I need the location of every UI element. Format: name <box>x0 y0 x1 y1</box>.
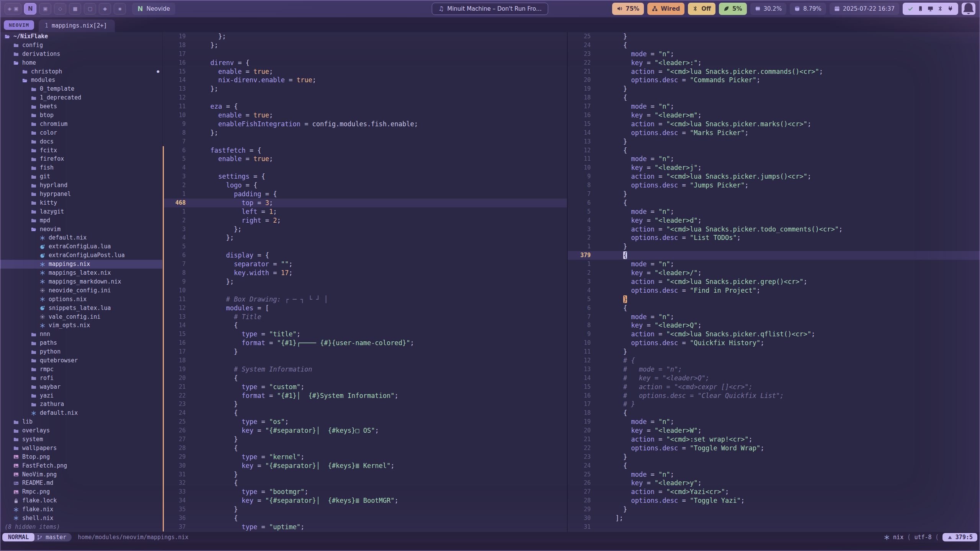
code-line[interactable]: 18 { <box>568 93 980 102</box>
notifications-button[interactable] <box>962 3 975 15</box>
code-line[interactable]: 3 settings = { <box>163 172 567 181</box>
tree-item-lib[interactable]: lib <box>0 417 162 426</box>
code-line[interactable]: 5 } <box>568 295 980 304</box>
code-line[interactable]: 11 # Box Drawing: ┌ ─ ┐ └ ┘ │ <box>163 295 567 304</box>
tree-item--nixflake[interactable]: ~/NixFlake <box>0 32 162 41</box>
code-line[interactable]: 25 mode = "n"; <box>568 470 980 479</box>
tree-item-waybar[interactable]: waybar <box>0 383 162 391</box>
bluetooth-icon[interactable] <box>938 6 943 11</box>
tree-item-color[interactable]: color <box>0 129 162 137</box>
code-line[interactable]: 22 format = "{#1}│ {#}System Information… <box>163 391 567 400</box>
code-line[interactable]: 19 # System Information <box>163 365 567 374</box>
code-line[interactable]: 22 key = "<leader>:"; <box>568 59 980 67</box>
code-line[interactable]: 13 # Title <box>163 313 567 321</box>
code-line[interactable]: 15 action = "<cmd>lua Snacks.picker.mark… <box>568 120 980 129</box>
code-line[interactable]: 8 options.desc = "Jumps Picker"; <box>568 181 980 190</box>
code-line[interactable]: 37 type = "uptime"; <box>163 523 567 531</box>
code-line[interactable]: 29 type = "kernel"; <box>163 453 567 461</box>
code-line[interactable]: 4 }; <box>163 233 567 242</box>
code-line[interactable]: 2 options.desc = "List TODOs"; <box>568 233 980 242</box>
code-line[interactable]: 21 action = "<cmd>lua Snacks.picker.comm… <box>568 67 980 76</box>
tree-item-config[interactable]: config <box>0 41 162 50</box>
code-line[interactable]: 12 # { <box>568 356 980 365</box>
code-line[interactable]: 5 <box>163 242 567 251</box>
code-line[interactable]: 9 action = "<cmd>lua Snacks.picker.jumps… <box>568 172 980 181</box>
now-playing-module[interactable]: ♫ Minuit Machine – Don't Run Fro… <box>432 3 548 15</box>
command-line[interactable] <box>0 543 980 551</box>
code-line[interactable]: 18 { <box>568 409 980 417</box>
code-line[interactable]: 24 { <box>568 461 980 470</box>
cursor-line[interactable]: 379 { <box>568 251 980 260</box>
code-line[interactable]: 4 key = "<leader>d"; <box>568 216 980 225</box>
code-line[interactable]: 24 { <box>568 41 980 50</box>
code-line[interactable]: 31 <box>568 523 980 531</box>
code-line[interactable]: 8 key = "<leader>Q"; <box>568 321 980 330</box>
code-line[interactable]: 19 } <box>568 85 980 93</box>
code-line[interactable]: 30 ]; <box>568 514 980 523</box>
tree-item-1_deprecated[interactable]: 1_deprecated <box>0 93 162 102</box>
code-line[interactable]: 8 key.width = 17; <box>163 269 567 277</box>
code-line[interactable]: 1 padding = { <box>163 190 567 199</box>
code-line[interactable]: 25 type = "os"; <box>163 417 567 426</box>
phone-icon[interactable] <box>918 6 923 11</box>
code-line[interactable]: 21 action = "<cmd>:set wrap!<cr>"; <box>568 435 980 444</box>
tree-item-paths[interactable]: paths <box>0 339 162 347</box>
code-line[interactable]: 28 { <box>163 444 567 453</box>
code-line[interactable]: 11 } <box>568 347 980 356</box>
code-line[interactable]: 30 key = "{#separator}│ {#keys}≣ Kernel"… <box>163 461 567 470</box>
code-line[interactable]: 14 # key = "<leader>Q"; <box>568 374 980 383</box>
code-line[interactable]: 31 } <box>163 470 567 479</box>
clock-module[interactable]: 2025-07-22 16:37 <box>830 3 899 15</box>
cursor-line[interactable]: 468 top = 3; <box>163 199 567 207</box>
workspace-3[interactable]: ▣ <box>39 3 51 15</box>
code-line[interactable]: 12 { <box>568 146 980 155</box>
code-line[interactable]: 33 type = "bootmgr"; <box>163 487 567 496</box>
tree-item-neovim[interactable]: neovim <box>0 225 162 234</box>
tree-item-yazi[interactable]: yazi <box>0 391 162 400</box>
code-line[interactable]: 9 action = "<cmd>lua Snacks.picker.qflis… <box>568 330 980 339</box>
code-line[interactable]: 7 <box>163 137 567 146</box>
bluetooth-module[interactable]: Off <box>688 3 715 15</box>
code-line[interactable]: 1 } <box>568 242 980 251</box>
code-line[interactable]: 4 <box>163 163 567 172</box>
code-line[interactable]: 17 <box>163 50 567 59</box>
tree-item-christoph[interactable]: christoph● <box>0 67 162 76</box>
workspace-7[interactable]: ◆ <box>99 3 111 15</box>
plug-icon[interactable] <box>947 6 953 11</box>
code-line[interactable]: 2 logo = { <box>163 181 567 190</box>
code-line[interactable]: 17 mode = "n"; <box>568 102 980 111</box>
tree-item-extraconfiglua.lua[interactable]: extraConfigLua.lua <box>0 242 162 251</box>
tree-item-qutebrowser[interactable]: qutebrowser <box>0 356 162 365</box>
tree-item-neovide_config.ini[interactable]: neovide_config.ini <box>0 286 162 295</box>
tree-item-docs[interactable]: docs <box>0 137 162 146</box>
code-line[interactable]: 7 mode = "n"; <box>568 313 980 321</box>
tree-item-chromium[interactable]: chromium <box>0 120 162 129</box>
code-line[interactable]: 11 mode = "n"; <box>568 155 980 163</box>
code-line[interactable]: 16 format = "{#1}┌──── {#}{user-name-col… <box>163 339 567 347</box>
code-line[interactable]: 3 action = "<cmd>lua Snacks.picker.grep(… <box>568 277 980 286</box>
code-line[interactable]: 22 options.desc = "Toggle Word Wrap"; <box>568 444 980 453</box>
code-line[interactable]: 20 key = "<leader>W"; <box>568 426 980 435</box>
tree-item-rofi[interactable]: rofi <box>0 374 162 383</box>
display-icon[interactable] <box>928 6 933 11</box>
tree-item-neovim.png[interactable]: NeoVim.png <box>0 470 162 479</box>
code-line[interactable]: 1 mode = "n"; <box>568 260 980 269</box>
code-line[interactable]: 12 <box>163 93 567 102</box>
code-line[interactable]: 17 } <box>163 347 567 356</box>
code-line[interactable]: 24 { <box>163 409 567 417</box>
code-line[interactable]: 13 }; <box>163 85 567 93</box>
code-line[interactable]: 14 nix-direnv.enable = true; <box>163 76 567 85</box>
code-line[interactable]: 32 { <box>163 479 567 487</box>
tree-item-mappings_markdown.nix[interactable]: mappings_markdown.nix <box>0 277 162 286</box>
code-line[interactable]: 5 mode = "n"; <box>568 207 980 216</box>
tree-item-firefox[interactable]: firefox <box>0 155 162 163</box>
code-line[interactable]: 16 key = "<leader>m"; <box>568 111 980 120</box>
tree-item-default.nix[interactable]: default.nix <box>0 409 162 417</box>
code-line[interactable]: 6 display = { <box>163 251 567 260</box>
code-line[interactable]: 3 }; <box>163 225 567 234</box>
tree-item-mappings_latex.nix[interactable]: mappings_latex.nix <box>0 269 162 277</box>
code-line[interactable]: 16 direnv = { <box>163 59 567 67</box>
code-line[interactable]: 7 } <box>568 190 980 199</box>
code-line[interactable]: 2 right = 2; <box>163 216 567 225</box>
code-line[interactable]: 4 options.desc = "Find in Project"; <box>568 286 980 295</box>
